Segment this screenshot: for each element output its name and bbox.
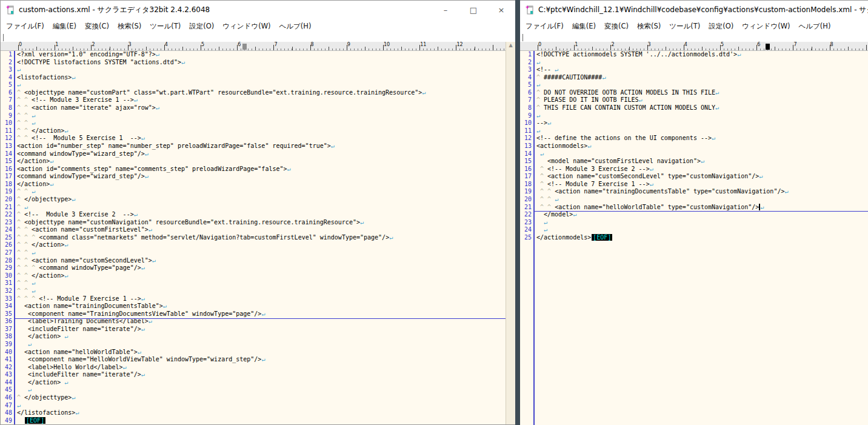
- newline-mark: ↵: [145, 150, 149, 157]
- code-line: <action id="number_step" name="number_st…: [17, 142, 515, 150]
- code-line: ^ </objecttype>↵: [17, 394, 515, 402]
- line-number: 18: [1, 181, 12, 189]
- newline-mark: ↵: [544, 226, 547, 233]
- code-line: ^ <action name="customSecondLevel" type=…: [536, 173, 868, 181]
- code-line: <command windowType="wizard_step"/>↵: [17, 173, 515, 181]
- scroll-up-icon[interactable]: ▲: [506, 42, 515, 49]
- menu-item-4[interactable]: ツール(T): [145, 22, 185, 31]
- caret-line-underline: [15, 318, 515, 319]
- newline-mark: ↵: [64, 241, 68, 248]
- line-number: 4: [520, 74, 532, 82]
- newline-mark: ↵: [650, 181, 653, 187]
- newline-mark: ↵: [17, 66, 21, 73]
- newline-mark: ↵: [50, 158, 53, 164]
- line-number: 44: [1, 379, 12, 387]
- line-number: 25: [520, 234, 532, 242]
- line-number: 21: [1, 204, 12, 212]
- line-number: 6: [1, 89, 12, 97]
- code-line: ^ THIS FILE CAN CONTAIN CUSTOM ACTION MO…: [536, 104, 868, 112]
- menu-item-5[interactable]: 設定(O): [704, 22, 738, 31]
- menu-item-6[interactable]: ウィンドウ(W): [738, 22, 794, 31]
- vertical-scrollbar[interactable]: ▲: [506, 42, 515, 424]
- menu-item-7[interactable]: ヘルプ(H): [795, 22, 835, 31]
- line-number: 4: [1, 74, 12, 82]
- menu-item-2[interactable]: 変換(C): [81, 22, 113, 31]
- newline-mark: ↵: [32, 112, 35, 119]
- text-area[interactable]: <!DOCTYPE actionmodels SYSTEM '../../act…: [535, 51, 868, 425]
- minimize-button[interactable]: –: [432, 1, 459, 19]
- code-line: ^ #####CAUTION####↵: [536, 74, 868, 82]
- code-line: ↵: [536, 81, 868, 89]
- code-line: ↵: [17, 81, 515, 89]
- ruler-number: 1: [55, 42, 58, 47]
- line-number-gutter[interactable]: 1234567891011121314151617181920212223242…: [520, 51, 535, 425]
- code-line: ↵: [17, 402, 515, 410]
- newline-mark: ↵: [152, 257, 156, 264]
- code-line: <action id="comments_step" name="comment…: [17, 166, 515, 173]
- window-title: C:¥ptc¥Windchill_12.1¥Windchill¥codebase…: [538, 5, 868, 15]
- ruler-number: 0: [538, 42, 541, 47]
- line-number: 49: [1, 417, 12, 424]
- line-number: 10: [520, 119, 532, 127]
- newline-mark: ↵: [156, 51, 159, 58]
- window-title: custom-actions.xml - サクラエディタ32bit 2.4.2.…: [19, 5, 210, 15]
- newline-mark: ↵: [64, 379, 68, 386]
- newline-mark: ↵: [784, 188, 788, 195]
- maximize-button[interactable]: □: [459, 1, 487, 19]
- newline-mark: ↵: [28, 386, 32, 393]
- newline-mark: ↵: [141, 264, 145, 271]
- newline-mark: ↵: [602, 74, 606, 81]
- menu-item-3[interactable]: 検索(S): [113, 22, 145, 31]
- menu-item-0[interactable]: ファイル(F): [521, 22, 568, 31]
- code-line: ^ ^ <!-- Module 3 Exercise 1 -->↵: [17, 96, 515, 104]
- ruler-number: 8: [830, 42, 833, 47]
- menu-item-1[interactable]: 編集(E): [568, 22, 600, 31]
- code-line: ^ ^ <action name="trainingDocumentsTable…: [536, 188, 868, 196]
- ruler-number: 2: [92, 42, 95, 47]
- menu-item-2[interactable]: 変換(C): [600, 22, 633, 31]
- line-number-gutter[interactable]: 1234567891011121314151617181920212223242…: [1, 51, 15, 424]
- menu-item-1[interactable]: 編集(E): [48, 22, 81, 31]
- newline-mark: ↵: [650, 166, 653, 172]
- ruler-number: 7: [793, 42, 796, 47]
- code-line: </action>↵: [17, 181, 515, 189]
- code-line: ^ <objecttype name="customPart" class="w…: [17, 89, 515, 97]
- newline-mark: ↵: [72, 394, 75, 401]
- menu-item-7[interactable]: ヘルプ(H): [275, 22, 316, 31]
- line-number: 27: [1, 249, 12, 257]
- ruler-cursor-marker: [766, 44, 770, 50]
- newline-mark: ↵: [50, 181, 53, 187]
- newline-mark: ↵: [261, 356, 265, 363]
- code-line: ^ ^ ↵: [17, 119, 515, 127]
- menu-item-3[interactable]: 検索(S): [633, 22, 665, 31]
- code-line: ^ ^ <action name="helloWorldTable" type=…: [536, 204, 868, 212]
- code-line: <?xml version="1.0" encoding="UTF-8"?>↵: [17, 51, 515, 59]
- code-line: ^ ^ ↵: [17, 112, 515, 120]
- code-line: <action name="trainingDocumentsTable">↵: [17, 303, 515, 310]
- window-divider: [515, 0, 520, 425]
- code-line: ^ ^ </action>↵: [17, 272, 515, 280]
- line-number: 2: [1, 59, 12, 67]
- newline-mark: ↵: [712, 135, 715, 141]
- code-line: ^ ^ </action>↵: [17, 127, 515, 135]
- text-area[interactable]: <?xml version="1.0" encoding="UTF-8"?>↵<…: [15, 51, 515, 424]
- ruler-cursor-marker: [242, 44, 247, 50]
- menu-item-6[interactable]: ウィンドウ(W): [218, 22, 275, 31]
- line-number: 13: [1, 142, 12, 150]
- newline-mark: ↵: [737, 51, 741, 58]
- caret-line-underline: [535, 211, 868, 212]
- menu-item-0[interactable]: ファイル(F): [2, 22, 48, 31]
- code-line: ^ ^ <action name="iterate" ajax="row">↵: [17, 104, 515, 112]
- line-number: 11: [520, 127, 532, 135]
- newline-mark: ↵: [331, 142, 335, 149]
- menu-item-4[interactable]: ツール(T): [665, 22, 704, 31]
- menu-item-5[interactable]: 設定(O): [185, 22, 218, 31]
- line-number: 46: [1, 394, 12, 402]
- code-line: <!-- define the actions on the UI compon…: [536, 135, 868, 142]
- close-button[interactable]: ×: [487, 1, 515, 19]
- newline-mark: ↵: [17, 81, 21, 88]
- titlebar[interactable]: custom-actions.xml - サクラエディタ32bit 2.4.2.…: [1, 1, 515, 19]
- titlebar[interactable]: C:¥ptc¥Windchill_12.1¥Windchill¥codebase…: [520, 1, 868, 19]
- newline-mark: ↵: [536, 81, 540, 88]
- newline-mark: ↵: [287, 166, 291, 172]
